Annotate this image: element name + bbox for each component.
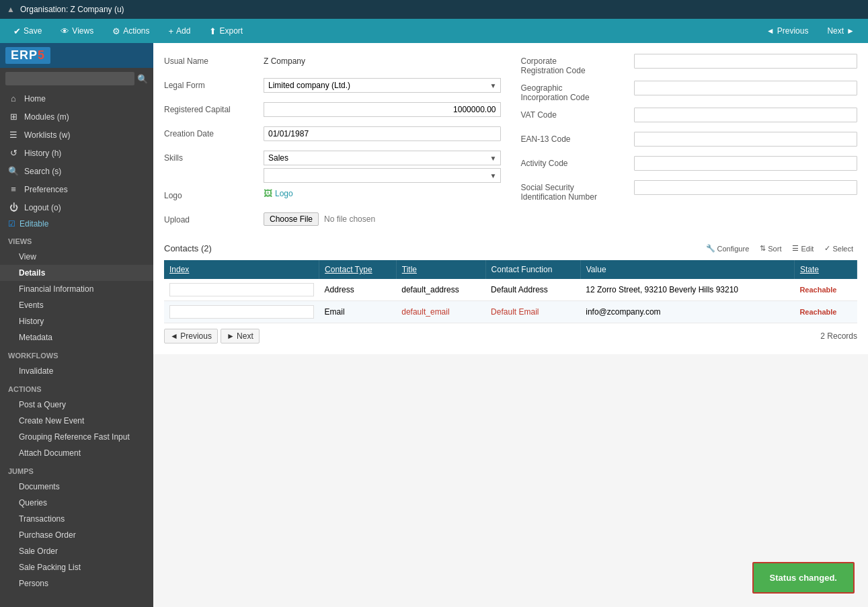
- editable-badge: ☑ Editable: [0, 216, 153, 231]
- sidebar-item-modules[interactable]: ⊞ Modules (m): [0, 108, 153, 126]
- ean13-input[interactable]: [634, 132, 858, 147]
- social-sec-label: Social SecurityIdentification Number: [521, 180, 629, 202]
- skills-select-2[interactable]: [264, 168, 501, 183]
- row1-contact-type: Address: [319, 279, 397, 301]
- registered-capital-row: Registered Capital: [164, 102, 501, 121]
- actions-button[interactable]: ⚙ Actions: [104, 22, 157, 40]
- index-sort-link[interactable]: Index: [169, 265, 189, 274]
- worklists-icon: ☰: [8, 130, 19, 140]
- form-left: Usual Name Z Company Legal Form Limited …: [164, 54, 501, 231]
- corp-reg-row: CorporateRegistration Code: [521, 54, 858, 75]
- check-icon: ✔: [13, 26, 21, 36]
- skills-select[interactable]: Sales: [264, 151, 501, 165]
- views-section-label: VIEWS: [0, 234, 153, 249]
- sidebar-item-documents[interactable]: Documents: [0, 479, 153, 495]
- geo-row: GeographicIncorporation Code: [521, 81, 858, 102]
- col-state: State: [794, 260, 857, 279]
- sidebar-item-view[interactable]: View: [0, 249, 153, 265]
- records-count: 2 Records: [820, 331, 857, 341]
- sidebar-item-events[interactable]: Events: [0, 297, 153, 313]
- sidebar-item-history[interactable]: ↺ History (h): [0, 144, 153, 162]
- creation-date-input[interactable]: [264, 126, 501, 141]
- geo-input[interactable]: [634, 81, 858, 95]
- sidebar-item-purchase-order[interactable]: Purchase Order: [0, 527, 153, 543]
- corp-reg-input[interactable]: [634, 54, 858, 69]
- legal-form-select[interactable]: Limited company (Ltd.): [264, 78, 501, 93]
- row1-index-input[interactable]: [169, 283, 314, 296]
- sidebar-item-metadata[interactable]: Metadata: [0, 329, 153, 346]
- add-button[interactable]: + Add: [161, 22, 199, 40]
- ean13-label: EAN-13 Code: [521, 132, 629, 144]
- sidebar-item-grouping-ref[interactable]: Grouping Reference Fast Input: [0, 429, 153, 445]
- sidebar-item-details[interactable]: Details: [0, 265, 153, 281]
- sidebar-item-queries[interactable]: Queries: [0, 495, 153, 511]
- sidebar-item-financial[interactable]: Financial Information: [0, 281, 153, 297]
- next-button[interactable]: Next ►: [819, 22, 863, 40]
- sort-icon: ⇅: [760, 244, 766, 253]
- sidebar-item-persons[interactable]: Persons: [0, 575, 153, 592]
- skills-select-wrapper: Sales ▼: [264, 151, 501, 165]
- top-bar: ▲ Organisation: Z Company (u): [0, 0, 868, 19]
- table-previous-button[interactable]: ◄ Previous: [164, 329, 218, 343]
- search-input[interactable]: [5, 72, 134, 85]
- table-next-button[interactable]: ► Next: [221, 329, 260, 343]
- sidebar-logo: ERP5: [0, 43, 153, 68]
- social-sec-input[interactable]: [634, 180, 858, 195]
- contact-type-sort-link[interactable]: Contact Type: [325, 265, 372, 274]
- views-button[interactable]: 👁 Views: [52, 22, 102, 40]
- activity-label: Activity Code: [521, 156, 629, 168]
- registered-capital-input[interactable]: [264, 102, 501, 117]
- views-icon: 👁: [61, 26, 69, 36]
- choose-file-button[interactable]: Choose File: [264, 212, 319, 226]
- sort-button[interactable]: ⇅ Sort: [756, 242, 785, 255]
- sidebar-item-sale-order[interactable]: Sale Order: [0, 543, 153, 559]
- editable-checkbox-icon: ☑: [8, 219, 15, 229]
- upload-label: Upload: [164, 212, 258, 225]
- sidebar-item-search[interactable]: 🔍 Search (s): [0, 162, 153, 180]
- modules-icon: ⊞: [8, 112, 19, 122]
- usual-name-label: Usual Name: [164, 54, 258, 66]
- row1-contact-function: Default Address: [485, 279, 580, 301]
- wrench-icon: 🔧: [706, 244, 715, 253]
- export-button[interactable]: ⬆ Export: [201, 22, 251, 40]
- logo-image[interactable]: 🖼 Logo: [264, 188, 293, 198]
- vat-row: VAT Code: [521, 108, 858, 126]
- creation-date-row: Creation Date: [164, 126, 501, 145]
- vat-input[interactable]: [634, 108, 858, 122]
- select-icon: ✓: [824, 244, 830, 253]
- activity-row: Activity Code: [521, 156, 858, 175]
- contacts-table-header: Index Contact Type Title Contact Functio…: [164, 260, 857, 279]
- save-button[interactable]: ✔ Save: [5, 22, 50, 40]
- skills-label: Skills: [164, 151, 258, 163]
- sidebar-item-invalidate[interactable]: Invalidate: [0, 363, 153, 379]
- search-button[interactable]: 🔍: [137, 74, 148, 84]
- sidebar-item-preferences[interactable]: ≡ Preferences: [0, 180, 153, 198]
- previous-button[interactable]: ◄ Previous: [758, 22, 817, 40]
- ean13-row: EAN-13 Code: [521, 132, 858, 151]
- col-value: Value: [580, 260, 794, 279]
- sidebar-item-sale-packing[interactable]: Sale Packing List: [0, 559, 153, 575]
- state-sort-link[interactable]: State: [800, 265, 819, 274]
- sidebar-item-transactions[interactable]: Transactions: [0, 511, 153, 527]
- search-nav-icon: 🔍: [8, 166, 19, 176]
- edit-button[interactable]: ☰ Edit: [788, 242, 818, 255]
- sidebar-search-area: 🔍: [0, 68, 153, 89]
- sidebar-item-post-query[interactable]: Post a Query: [0, 397, 153, 413]
- sidebar-item-home[interactable]: ⌂ Home: [0, 89, 153, 108]
- select-button[interactable]: ✓ Select: [820, 242, 857, 255]
- workflows-section-label: WORKFLOWS: [0, 348, 153, 363]
- sidebar-item-create-event[interactable]: Create New Event: [0, 413, 153, 429]
- configure-button[interactable]: 🔧 Configure: [702, 242, 754, 255]
- content-inner: Usual Name Z Company Legal Form Limited …: [153, 43, 868, 354]
- sidebar-item-logout[interactable]: ⏻ Logout (o): [0, 198, 153, 216]
- row2-state: Reachable: [794, 301, 857, 323]
- sidebar-item-history-sub[interactable]: History: [0, 313, 153, 329]
- contacts-title: Contacts (2): [164, 243, 212, 253]
- usual-name-value: Z Company: [264, 54, 305, 66]
- row2-index-input[interactable]: [169, 305, 314, 319]
- activity-input[interactable]: [634, 156, 858, 171]
- title-sort-link[interactable]: Title: [402, 265, 417, 274]
- sidebar-item-worklists[interactable]: ☰ Worklists (w): [0, 126, 153, 144]
- sidebar-item-attach-doc[interactable]: Attach Document: [0, 445, 153, 461]
- contacts-header: Contacts (2) 🔧 Configure ⇅ Sort ☰ Edit: [164, 242, 857, 255]
